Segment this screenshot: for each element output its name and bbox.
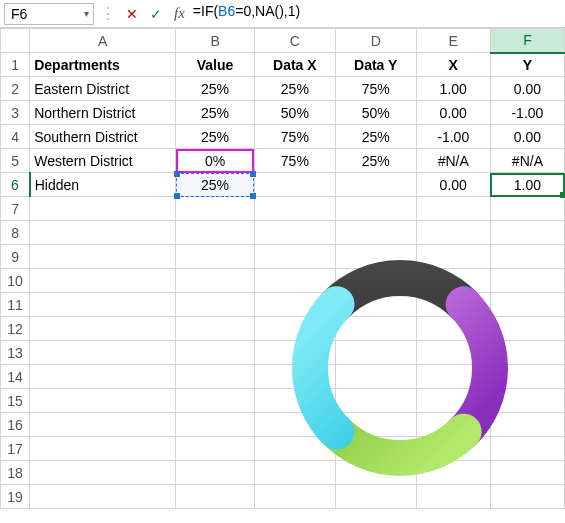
cell-B3[interactable]: 25% [176,101,255,125]
cell-C4[interactable]: 75% [254,125,335,149]
cell-B16[interactable] [176,413,255,437]
row-head-12[interactable]: 12 [1,317,30,341]
cell-C5[interactable]: 75% [254,149,335,173]
cell-F4[interactable]: 0.00 [490,125,564,149]
cell-F7[interactable] [490,197,564,221]
col-head-D[interactable]: D [335,29,416,53]
cell-A19[interactable] [30,485,176,509]
col-head-F[interactable]: F [490,29,564,53]
col-head-E[interactable]: E [416,29,490,53]
row-head-9[interactable]: 9 [1,245,30,269]
row-head-16[interactable]: 16 [1,413,30,437]
cell-E6[interactable]: 0.00 [416,173,490,197]
cell-B1[interactable]: Value [176,53,255,77]
row-head-5[interactable]: 5 [1,149,30,173]
row-head-4[interactable]: 4 [1,125,30,149]
row-head-2[interactable]: 2 [1,77,30,101]
cell-A3[interactable]: Northern District [30,101,176,125]
cell-B13[interactable] [176,341,255,365]
row-head-17[interactable]: 17 [1,437,30,461]
cell-F1[interactable]: Y [490,53,564,77]
cell-C7[interactable] [254,197,335,221]
cell-B14[interactable] [176,365,255,389]
row-head-3[interactable]: 3 [1,101,30,125]
cell-A15[interactable] [30,389,176,413]
cell-E4[interactable]: -1.00 [416,125,490,149]
cell-E7[interactable] [416,197,490,221]
doughnut-chart[interactable] [250,228,550,508]
cell-B11[interactable] [176,293,255,317]
cell-C1[interactable]: Data X [254,53,335,77]
row-head-1[interactable]: 1 [1,53,30,77]
cell-A8[interactable] [30,221,176,245]
cell-A7[interactable] [30,197,176,221]
cell-A9[interactable] [30,245,176,269]
cell-E5[interactable]: #N/A [416,149,490,173]
cell-A4[interactable]: Southern District [30,125,176,149]
row-head-6[interactable]: 6 [1,173,30,197]
cell-F2[interactable]: 0.00 [490,77,564,101]
cell-D6[interactable] [335,173,416,197]
name-box[interactable]: F6 ▾ [4,3,94,25]
cancel-button[interactable]: ✕ [122,4,142,24]
cell-A6[interactable]: Hidden [30,173,176,197]
cell-C6[interactable] [254,173,335,197]
cell-B7[interactable] [176,197,255,221]
row-head-8[interactable]: 8 [1,221,30,245]
cell-D4[interactable]: 25% [335,125,416,149]
cell-A13[interactable] [30,341,176,365]
row-head-7[interactable]: 7 [1,197,30,221]
cell-A17[interactable] [30,437,176,461]
chevron-down-icon[interactable]: ▾ [84,8,89,19]
cell-B10[interactable] [176,269,255,293]
cell-B15[interactable] [176,389,255,413]
row-head-10[interactable]: 10 [1,269,30,293]
cell-A5[interactable]: Western District [30,149,176,173]
cell-D2[interactable]: 75% [335,77,416,101]
cell-A1[interactable]: Departments [30,53,176,77]
cell-D3[interactable]: 50% [335,101,416,125]
col-head-B[interactable]: B [176,29,255,53]
row-head-14[interactable]: 14 [1,365,30,389]
cell-E2[interactable]: 1.00 [416,77,490,101]
cell-B12[interactable] [176,317,255,341]
cell-E1[interactable]: X [416,53,490,77]
cell-A10[interactable] [30,269,176,293]
cell-A12[interactable] [30,317,176,341]
col-head-C[interactable]: C [254,29,335,53]
formula-input[interactable]: =IF(B6=0,NA(),1) [193,3,561,25]
cell-A18[interactable] [30,461,176,485]
select-all-corner[interactable] [1,29,30,53]
cell-E3[interactable]: 0.00 [416,101,490,125]
cell-A16[interactable] [30,413,176,437]
cell-D7[interactable] [335,197,416,221]
row-head-13[interactable]: 13 [1,341,30,365]
cell-B8[interactable] [176,221,255,245]
fx-icon[interactable]: fx [170,5,189,22]
cell-B18[interactable] [176,461,255,485]
row-head-19[interactable]: 19 [1,485,30,509]
cell-B9[interactable] [176,245,255,269]
cell-B5[interactable]: 0% [176,149,255,173]
spreadsheet-grid[interactable]: A B C D E F 1 Departments Value Data X D… [0,28,565,509]
cell-B19[interactable] [176,485,255,509]
cell-F6[interactable]: 1.00 [490,173,564,197]
confirm-button[interactable]: ✓ [146,4,166,24]
cell-F5[interactable]: #N/A [490,149,564,173]
cell-F3[interactable]: -1.00 [490,101,564,125]
cell-A11[interactable] [30,293,176,317]
cell-B4[interactable]: 25% [176,125,255,149]
row-head-11[interactable]: 11 [1,293,30,317]
cell-A2[interactable]: Eastern District [30,77,176,101]
row-head-18[interactable]: 18 [1,461,30,485]
cell-C3[interactable]: 50% [254,101,335,125]
col-head-A[interactable]: A [30,29,176,53]
cell-D1[interactable]: Data Y [335,53,416,77]
cell-C2[interactable]: 25% [254,77,335,101]
cell-A14[interactable] [30,365,176,389]
cell-D5[interactable]: 25% [335,149,416,173]
row-head-15[interactable]: 15 [1,389,30,413]
cell-B17[interactable] [176,437,255,461]
cell-B6[interactable]: 25% [176,173,255,197]
cell-B2[interactable]: 25% [176,77,255,101]
